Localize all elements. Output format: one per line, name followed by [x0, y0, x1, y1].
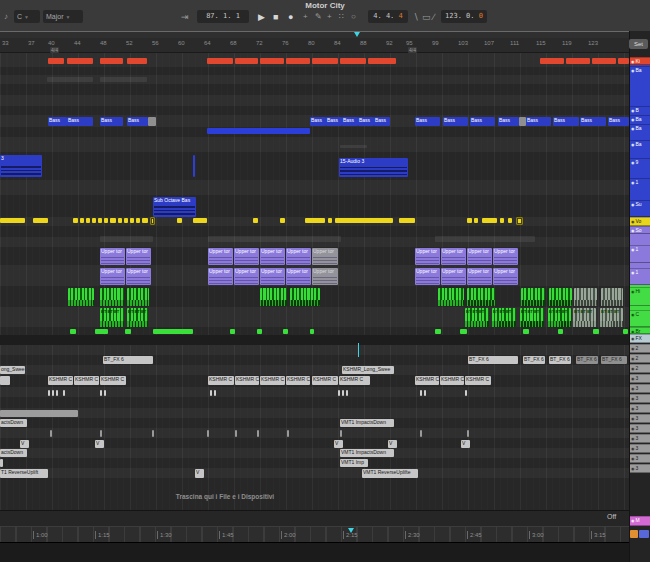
clip[interactable] — [516, 217, 523, 225]
track-activator-icon[interactable]: ◉ — [631, 406, 635, 411]
clip[interactable] — [130, 218, 134, 223]
return-track-header[interactable]: ◉3 — [630, 434, 650, 443]
time-signature-marker[interactable]: 4/4 — [408, 47, 417, 53]
clip[interactable]: actsDown — [0, 419, 27, 427]
track-activator-icon[interactable]: ◉ — [631, 466, 635, 471]
clip[interactable]: BT BT BT — [573, 308, 596, 327]
clip[interactable] — [208, 236, 341, 242]
clip[interactable]: KSHMR C — [415, 376, 439, 385]
clip[interactable] — [286, 58, 310, 64]
clip[interactable]: Upper tor — [208, 248, 233, 265]
track-activator-icon[interactable]: ◉ — [631, 289, 635, 294]
track-header[interactable]: ◉3 — [630, 464, 650, 472]
scale-select[interactable]: Major▼ — [43, 10, 83, 23]
clip[interactable]: Bass — [100, 117, 123, 126]
track-activator-icon[interactable]: ◉ — [631, 228, 635, 233]
clip[interactable] — [399, 218, 415, 223]
clip[interactable] — [193, 218, 207, 223]
clip[interactable]: BT BT BT — [127, 308, 148, 327]
clip[interactable] — [0, 459, 3, 467]
clip[interactable] — [214, 390, 216, 396]
track-activator-icon[interactable]: ◉ — [631, 416, 635, 421]
track-activator-icon[interactable]: ◉ — [631, 336, 635, 341]
track-header-section[interactable]: ◉C — [630, 306, 650, 327]
clip[interactable]: Bass — [608, 117, 629, 126]
track-header[interactable]: ◉3 — [630, 424, 650, 432]
clip[interactable]: KSHMR C — [440, 376, 464, 385]
clip[interactable] — [33, 218, 48, 223]
clip[interactable]: V — [334, 440, 343, 448]
clip[interactable] — [100, 236, 153, 242]
track-header[interactable]: ◉So — [630, 226, 650, 234]
clip[interactable] — [340, 145, 367, 148]
track-header[interactable]: ◉3 — [630, 404, 650, 412]
clip[interactable]: Upper tor — [260, 268, 285, 285]
clip[interactable]: Sub Octave Bas — [153, 197, 196, 217]
clip[interactable]: Bass — [67, 117, 93, 126]
punch-in-button[interactable]: ∖ — [413, 10, 419, 24]
track-header[interactable]: ◉C — [630, 310, 650, 318]
clip[interactable] — [601, 288, 623, 306]
clip[interactable] — [47, 77, 93, 82]
clip[interactable]: KSHMR C — [286, 376, 310, 385]
track-activator-icon[interactable]: ◉ — [631, 518, 635, 523]
clip[interactable] — [519, 117, 526, 126]
clip[interactable]: Upper tor — [234, 248, 259, 265]
track-activator-icon[interactable]: ◉ — [631, 59, 635, 64]
clip[interactable] — [280, 218, 285, 223]
track-header[interactable]: ◉3 — [630, 384, 650, 392]
clip[interactable]: V — [461, 440, 470, 448]
clip[interactable]: Upper tor — [493, 268, 518, 285]
clip[interactable]: Bass — [48, 117, 67, 126]
track-header[interactable]: ◉Ba — [630, 124, 650, 132]
track-activator-icon[interactable]: ◉ — [631, 312, 635, 317]
clip[interactable]: 3 — [0, 155, 42, 177]
clip[interactable]: Bass — [358, 117, 374, 126]
return-track-header[interactable]: ◉2 — [630, 354, 650, 363]
track-header[interactable]: ◉2 — [630, 364, 650, 372]
clip[interactable] — [56, 390, 58, 396]
clip[interactable]: V — [95, 440, 104, 448]
track-header[interactable]: ◉Br — [630, 327, 650, 334]
clip[interactable]: BT_FX 6 — [468, 356, 518, 364]
clip[interactable]: Bass — [310, 117, 326, 126]
return-track-header[interactable]: ◉3 — [630, 404, 650, 413]
track-header[interactable]: ◉1 — [630, 245, 650, 253]
clip[interactable]: KSHMR C — [339, 376, 370, 385]
clip[interactable]: BT BT BT — [600, 308, 623, 327]
clip[interactable] — [500, 218, 504, 223]
transport-icon[interactable]: + — [303, 10, 308, 24]
track-header[interactable]: ◉2 — [630, 354, 650, 362]
clip[interactable] — [592, 58, 616, 64]
clip[interactable] — [342, 390, 344, 396]
track-activator-icon[interactable]: ◉ — [631, 219, 635, 224]
clip[interactable] — [70, 329, 76, 334]
clip[interactable]: Upper tor — [126, 268, 151, 285]
clip[interactable]: 15-Audio 3 — [339, 158, 408, 177]
clip[interactable] — [618, 58, 629, 64]
clip[interactable] — [127, 288, 149, 306]
track-activator-icon[interactable]: ◉ — [631, 126, 635, 131]
clip[interactable] — [0, 410, 78, 417]
clip[interactable] — [593, 329, 599, 334]
loop-start-field[interactable]: 4. 4. 4 — [368, 10, 408, 23]
clip[interactable]: Upper tor — [312, 268, 338, 285]
clip[interactable]: KSHMR C — [48, 376, 73, 385]
clip[interactable] — [148, 117, 156, 126]
clip[interactable] — [100, 390, 102, 396]
clip[interactable] — [340, 430, 342, 437]
clip[interactable] — [177, 218, 182, 223]
clip[interactable]: Bass — [470, 117, 495, 126]
track-activator-icon[interactable]: ◉ — [631, 426, 635, 431]
clip[interactable] — [420, 390, 422, 396]
track-activator-icon[interactable]: ◉ — [631, 456, 635, 461]
track-header[interactable]: ◉Ki — [630, 57, 650, 65]
clip[interactable] — [92, 218, 96, 223]
clip[interactable] — [100, 430, 102, 437]
clip[interactable] — [210, 390, 212, 396]
file-drop-zone[interactable]: Trascina qui i File e i Dispositivi — [105, 493, 345, 500]
clip[interactable]: Bass — [580, 117, 606, 126]
clip[interactable] — [467, 218, 472, 223]
clip[interactable] — [290, 288, 320, 306]
clip[interactable]: Bass — [374, 117, 390, 126]
